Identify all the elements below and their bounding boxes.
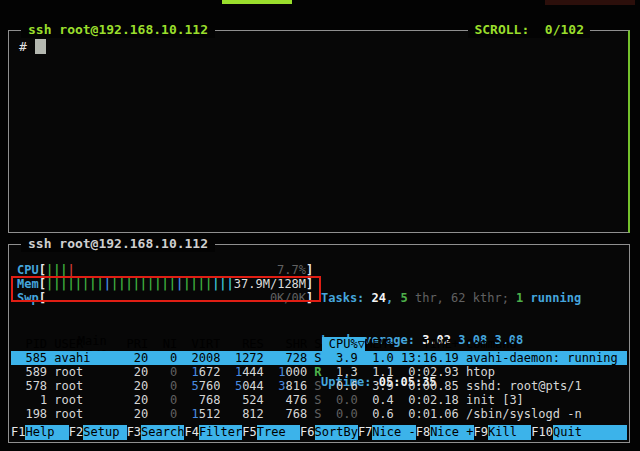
cell-user: root bbox=[47, 393, 126, 407]
process-table: 585avahi20020081272728S3.91.013:16.19ava… bbox=[11, 351, 627, 421]
cell-ni: 0 bbox=[148, 365, 177, 379]
fkey-key: F4 bbox=[184, 425, 198, 440]
pane-htop[interactable]: ssh root@192.168.10.112 CPU[||||7.7%]Mem… bbox=[8, 244, 630, 443]
header-mem[interactable]: MEM% bbox=[365, 337, 394, 351]
fkey-f2[interactable]: F2Setup bbox=[69, 425, 127, 440]
prompt-symbol: # bbox=[19, 39, 27, 54]
cell-pri: 20 bbox=[127, 393, 149, 407]
htop-app: CPU[||||7.7%]Mem[|||||||||||||||||||||||… bbox=[9, 245, 629, 442]
cell-user: avahi bbox=[47, 351, 126, 365]
cpu-meter-label: CPU bbox=[17, 263, 39, 277]
cell-cpu: 0.0 bbox=[322, 407, 358, 421]
process-row[interactable]: 1root200768524476S0.00.40:02.18init [3] bbox=[11, 393, 627, 407]
cell-time: 0:00.85 bbox=[394, 379, 459, 393]
cpu-meter: CPU[||||7.7%] bbox=[17, 263, 313, 277]
header-pri[interactable]: PRI bbox=[127, 337, 149, 351]
header-shr[interactable]: SHR bbox=[264, 337, 307, 351]
cell-mem: 3.9 bbox=[358, 379, 394, 393]
cell-cpu: 1.3 bbox=[322, 365, 358, 379]
cell-ni: 0 bbox=[148, 407, 177, 421]
shell-prompt[interactable]: # bbox=[19, 39, 46, 55]
fkey-label: Search bbox=[141, 425, 184, 440]
cell-cpu: 3.9 bbox=[322, 351, 358, 365]
header-pid[interactable]: PID bbox=[11, 337, 47, 351]
cell-user: root bbox=[47, 379, 126, 393]
header-cpu[interactable]: CPU% bbox=[322, 337, 358, 351]
tasks-line: Tasks: 24, 5 thr, 62 kthr; 1 running bbox=[321, 291, 581, 305]
cell-shr: 1000 bbox=[264, 365, 307, 379]
header-s[interactable]: S bbox=[307, 337, 321, 351]
terminal-cursor bbox=[35, 39, 46, 54]
process-row[interactable]: 198root2001512812768S0.00.60:01.06/sbin/… bbox=[11, 407, 627, 421]
mem-highlight-annotation bbox=[11, 276, 321, 302]
cell-time: 0:02.18 bbox=[394, 393, 459, 407]
cell-cpu: 0.0 bbox=[322, 393, 358, 407]
process-row[interactable]: 578root200576050443816S0.63.90:00.85sshd… bbox=[11, 379, 627, 393]
header-command[interactable]: Command bbox=[459, 337, 627, 351]
cell-shr: 768 bbox=[264, 407, 307, 421]
header-res[interactable]: RES bbox=[220, 337, 263, 351]
cell-res: 1444 bbox=[220, 365, 263, 379]
cell-res: 524 bbox=[220, 393, 263, 407]
cell-pid: 198 bbox=[11, 407, 47, 421]
cell-user: root bbox=[47, 365, 126, 379]
screen-tabs: Main I/O bbox=[15, 320, 112, 334]
cell-res: 1272 bbox=[220, 351, 263, 365]
cell-command: /sbin/syslogd -n bbox=[459, 407, 627, 421]
cpu-meter-ticks: |||| bbox=[46, 263, 75, 277]
cell-ni: 0 bbox=[148, 351, 177, 365]
fkey-label: Tree bbox=[257, 425, 300, 440]
header-user[interactable]: USER bbox=[47, 337, 126, 351]
header-ni[interactable]: NI bbox=[148, 337, 177, 351]
fkey-label: SortBy bbox=[315, 425, 358, 440]
process-row[interactable]: 585avahi20020081272728S3.91.013:16.19ava… bbox=[11, 351, 627, 365]
fkey-key: F1 bbox=[11, 425, 25, 440]
cell-s: S bbox=[307, 379, 321, 393]
cell-virt: 5760 bbox=[177, 379, 220, 393]
cell-command: avahi-daemon: running bbox=[459, 351, 627, 365]
cell-command: init [3] bbox=[459, 393, 627, 407]
cell-ni: 0 bbox=[148, 393, 177, 407]
fkey-label: Setup bbox=[83, 425, 126, 440]
cell-virt: 1512 bbox=[177, 407, 220, 421]
cell-mem: 1.1 bbox=[358, 365, 394, 379]
cell-pid: 585 bbox=[11, 351, 47, 365]
fkey-f7[interactable]: F7Nice - bbox=[358, 425, 416, 440]
fkey-label: Nice - bbox=[372, 425, 415, 440]
cell-pid: 589 bbox=[11, 365, 47, 379]
fkey-f9[interactable]: F9Kill bbox=[474, 425, 532, 440]
pane-top-shell[interactable]: ssh root@192.168.10.112 SCROLL: 0/102 # bbox=[8, 30, 630, 233]
fkey-key: F5 bbox=[242, 425, 256, 440]
scroll-indicator: SCROLL: 0/102 bbox=[468, 22, 590, 38]
fkey-label: Quit bbox=[553, 425, 627, 440]
cell-pri: 20 bbox=[127, 351, 149, 365]
cell-mem: 0.4 bbox=[358, 393, 394, 407]
cell-shr: 476 bbox=[264, 393, 307, 407]
cell-time: 0:02.93 bbox=[394, 365, 459, 379]
fkey-f6[interactable]: F6SortBy bbox=[300, 425, 358, 440]
process-row[interactable]: 589root200167214441000R1.31.10:02.93htop bbox=[11, 365, 627, 379]
fkey-label: Nice + bbox=[430, 425, 473, 440]
fkey-f5[interactable]: F5Tree bbox=[242, 425, 300, 440]
cell-s: R bbox=[307, 365, 321, 379]
fkey-key: F3 bbox=[127, 425, 141, 440]
cell-time: 0:01.06 bbox=[394, 407, 459, 421]
cell-virt: 2008 bbox=[177, 351, 220, 365]
fkey-f8[interactable]: F8Nice + bbox=[416, 425, 474, 440]
cell-mem: 1.0 bbox=[358, 351, 394, 365]
header-virt[interactable]: VIRT bbox=[177, 337, 220, 351]
cell-command: sshd: root@pts/1 bbox=[459, 379, 627, 393]
header-time[interactable]: TIME+ bbox=[394, 337, 459, 351]
cell-s: S bbox=[307, 407, 321, 421]
pane-title: ssh root@192.168.10.112 bbox=[21, 22, 215, 38]
cpu-meter-value: 7.7% bbox=[277, 263, 306, 277]
fkey-f3[interactable]: F3Search bbox=[127, 425, 185, 440]
cell-virt: 1672 bbox=[177, 365, 220, 379]
fkey-f10[interactable]: F10Quit bbox=[531, 425, 627, 440]
fkey-label: Filter bbox=[199, 425, 242, 440]
cell-shr: 3816 bbox=[264, 379, 307, 393]
fkey-f1[interactable]: F1Help bbox=[11, 425, 69, 440]
fkey-key: F9 bbox=[474, 425, 488, 440]
fkey-key: F10 bbox=[531, 425, 553, 440]
fkey-f4[interactable]: F4Filter bbox=[184, 425, 242, 440]
